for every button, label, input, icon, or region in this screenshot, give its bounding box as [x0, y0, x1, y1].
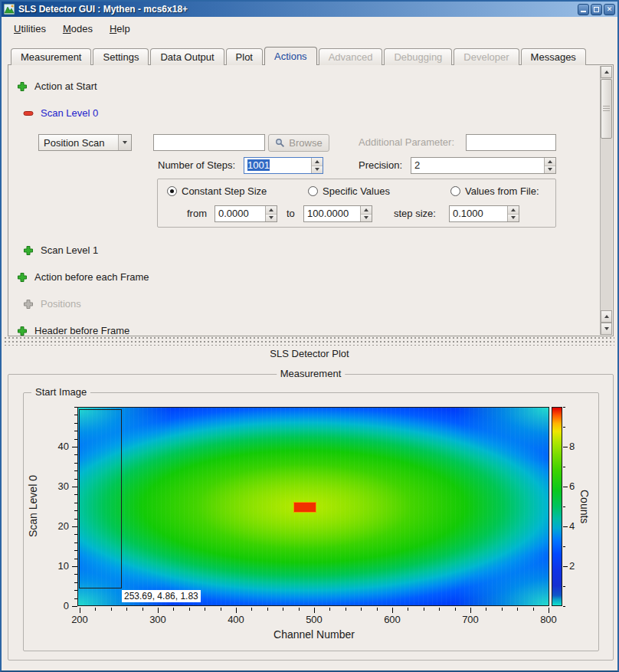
- number-of-steps-spinbox[interactable]: 1001: [244, 157, 323, 174]
- spin-down-button[interactable]: [508, 214, 519, 222]
- additional-parameter-input[interactable]: [466, 134, 556, 151]
- radio-unchecked-icon[interactable]: [450, 186, 460, 196]
- expand-plus-icon-disabled: [23, 299, 34, 310]
- radio-checked-icon[interactable]: [167, 186, 177, 196]
- y-axis-label: Scan Level 0: [26, 467, 40, 546]
- from-value[interactable]: 0.0000: [215, 206, 265, 221]
- x-major-tick: [392, 608, 393, 613]
- x-tick-label: 800: [533, 614, 564, 626]
- positions-row: Positions: [23, 298, 81, 310]
- spin-down-button[interactable]: [266, 214, 277, 222]
- radio-constant-label: Constant Step Size: [182, 185, 267, 197]
- browse-button: Browse: [268, 134, 329, 152]
- additional-parameter-label: Additional Parameter:: [359, 136, 454, 148]
- spin-up-button[interactable]: [508, 206, 519, 214]
- action-at-start-row[interactable]: Action at Start: [17, 80, 97, 92]
- zoom-selection-rect[interactable]: [79, 409, 122, 588]
- tab-settings[interactable]: Settings: [93, 48, 149, 65]
- y-major-tick: [72, 606, 77, 607]
- spin-buttons: [360, 206, 372, 221]
- scan-script-input[interactable]: [153, 134, 265, 151]
- to-value[interactable]: 100.0000: [304, 206, 360, 221]
- tab-messages[interactable]: Messages: [521, 48, 586, 65]
- x-major-tick: [236, 608, 237, 613]
- scrollbar-thumb[interactable]: [601, 79, 612, 139]
- menu-bar: Utilities Modes Help: [2, 17, 617, 40]
- menu-utilities[interactable]: Utilities: [6, 20, 54, 38]
- tab-bar: Measurement Settings Data Output Plot Ac…: [11, 47, 588, 65]
- maximize-button[interactable]: [591, 4, 602, 15]
- scan-mode-combobox[interactable]: Position Scan: [38, 134, 132, 151]
- close-button[interactable]: ✕: [604, 4, 615, 15]
- tab-data-output[interactable]: Data Output: [150, 48, 224, 65]
- x-major-tick: [470, 608, 471, 613]
- colorbar-major-tick: [563, 526, 568, 527]
- expand-plus-icon[interactable]: [23, 245, 34, 256]
- y-major-tick: [72, 566, 77, 567]
- menu-help[interactable]: Help: [102, 20, 138, 38]
- header-before-frame-label: Header before Frame: [34, 325, 129, 336]
- step-size-value[interactable]: 0.1000: [450, 206, 507, 221]
- minimize-button[interactable]: [578, 4, 589, 15]
- spin-up-button[interactable]: [266, 206, 277, 214]
- scan-level-1-row[interactable]: Scan Level 1: [23, 244, 98, 256]
- up-arrow-icon: [269, 208, 273, 211]
- radio-values-from-file[interactable]: Values from File:: [450, 185, 539, 197]
- colorbar-major-tick: [563, 566, 568, 567]
- expand-plus-icon[interactable]: [17, 272, 28, 283]
- x-tick-label: 600: [377, 614, 408, 626]
- step-size-spinbox[interactable]: 0.1000: [449, 205, 519, 222]
- tab-plot[interactable]: Plot: [226, 48, 263, 65]
- spin-up-button[interactable]: [361, 206, 372, 214]
- number-of-steps-label: Number of Steps:: [158, 159, 235, 171]
- from-spinbox[interactable]: 0.0000: [215, 205, 277, 222]
- to-spinbox[interactable]: 100.0000: [303, 205, 372, 222]
- spin-down-button[interactable]: [545, 166, 555, 174]
- tab-actions[interactable]: Actions: [264, 47, 317, 65]
- x-major-tick: [549, 608, 549, 613]
- down-arrow-icon: [364, 216, 368, 219]
- radio-specific-values[interactable]: Specific Values: [308, 185, 390, 197]
- precision-spinbox[interactable]: 2: [411, 157, 556, 174]
- expand-plus-icon[interactable]: [17, 81, 28, 92]
- radio-constant-step-size[interactable]: Constant Step Size: [167, 185, 267, 197]
- header-before-frame-row[interactable]: Header before Frame: [17, 325, 129, 336]
- selected-text: 1001: [247, 159, 270, 171]
- spin-up-button[interactable]: [545, 158, 555, 166]
- number-of-steps-value[interactable]: 1001: [244, 158, 311, 173]
- spin-down-button[interactable]: [361, 214, 372, 222]
- up-arrow-icon: [604, 315, 609, 318]
- heatmap-canvas[interactable]: 253.69, 4.86, 1.83: [77, 407, 549, 606]
- menu-modes[interactable]: Modes: [55, 20, 100, 38]
- expand-plus-icon[interactable]: [17, 326, 28, 336]
- spin-up-button[interactable]: [312, 158, 323, 166]
- scan-level-0-row[interactable]: Scan Level 0: [23, 107, 98, 119]
- scroll-up-button-bottom[interactable]: [601, 310, 612, 323]
- scroll-down-button[interactable]: [601, 323, 612, 335]
- x-axis-label: Channel Number: [237, 628, 391, 641]
- radio-unchecked-icon[interactable]: [308, 186, 318, 196]
- browse-button-label: Browse: [289, 137, 322, 149]
- scan-level-0-label: Scan Level 0: [41, 107, 98, 119]
- x-tick-label: 400: [221, 614, 251, 626]
- scroll-up-button[interactable]: [601, 66, 612, 78]
- splitter-handle[interactable]: [5, 337, 614, 346]
- precision-value[interactable]: 2: [411, 158, 544, 173]
- heatmap-peak-spot: [294, 503, 316, 512]
- colorbar-major-tick: [563, 447, 568, 447]
- action-before-frame-row[interactable]: Action before each Frame: [17, 271, 149, 283]
- step-size-label: step size:: [394, 208, 436, 219]
- title-bar[interactable]: SLS Detector GUI : Mythen - mcs6x18+ ✕: [2, 2, 617, 17]
- spin-buttons: [544, 158, 555, 173]
- vertical-scrollbar[interactable]: [600, 66, 612, 335]
- combo-arrow[interactable]: [118, 135, 131, 150]
- app-window: SLS Detector GUI : Mythen - mcs6x18+ ✕ U…: [0, 0, 619, 672]
- down-arrow-icon: [269, 216, 273, 219]
- tab-measurement[interactable]: Measurement: [11, 48, 91, 65]
- colorbar: [552, 407, 562, 606]
- collapse-minus-icon[interactable]: [23, 108, 34, 119]
- spin-buttons: [265, 206, 277, 221]
- spin-buttons: [507, 206, 519, 221]
- spin-down-button[interactable]: [312, 166, 323, 174]
- radio-file-label: Values from File:: [465, 185, 539, 197]
